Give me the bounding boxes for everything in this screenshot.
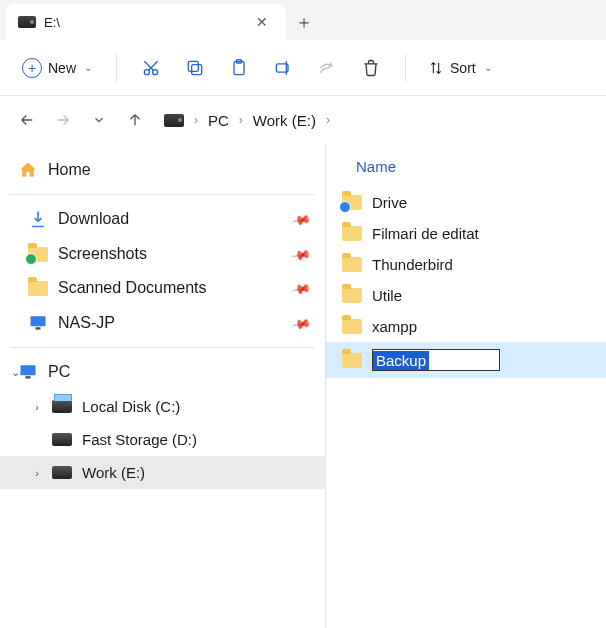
tab[interactable]: E:\ ✕: [6, 4, 286, 40]
breadcrumb-drive[interactable]: Work (E:): [253, 112, 316, 129]
paste-button[interactable]: [219, 48, 259, 88]
toolbar: + New ⌄ Sort ⌄: [0, 40, 606, 96]
sidebar-quick-screenshots[interactable]: Screenshots 📌: [0, 237, 325, 271]
sidebar-quick-download[interactable]: Download 📌: [0, 201, 325, 237]
chevron-right-icon[interactable]: ›: [28, 401, 46, 413]
nav-bar: › PC › Work (E:) ›: [0, 96, 606, 144]
sidebar-item-label: Local Disk (C:): [82, 398, 180, 415]
folder-icon: [342, 288, 362, 303]
folder-icon: [342, 195, 362, 210]
chevron-down-icon[interactable]: ⌄: [6, 366, 24, 379]
sort-button[interactable]: Sort ⌄: [420, 54, 500, 82]
sidebar-quick-scanned[interactable]: Scanned Documents 📌: [0, 271, 325, 305]
share-button[interactable]: [307, 48, 347, 88]
folder-row[interactable]: xampp: [326, 311, 606, 342]
svg-rect-3: [188, 61, 198, 71]
chevron-down-icon: ⌄: [84, 62, 92, 73]
forward-button[interactable]: [48, 105, 78, 135]
sidebar-quick-nas[interactable]: NAS-JP 📌: [0, 305, 325, 341]
sidebar-item-label: Download: [58, 210, 129, 228]
folder-row[interactable]: Filmari de editat: [326, 218, 606, 249]
new-tab-button[interactable]: ＋: [286, 4, 322, 40]
folder-name: Drive: [372, 194, 407, 211]
cut-button[interactable]: [131, 48, 171, 88]
svg-point-0: [144, 69, 149, 74]
separator: [405, 54, 406, 82]
sidebar-item-label: Scanned Documents: [58, 279, 207, 297]
chevron-down-icon: [92, 113, 106, 127]
arrow-up-icon: [126, 111, 144, 129]
pin-icon: 📌: [290, 243, 312, 264]
sidebar-item-label: Fast Storage (D:): [82, 431, 197, 448]
monitor-icon: [28, 313, 48, 333]
home-icon: [18, 160, 38, 180]
breadcrumb: › PC › Work (E:) ›: [164, 112, 330, 129]
back-button[interactable]: [12, 105, 42, 135]
folder-name: Utile: [372, 287, 402, 304]
svg-rect-10: [26, 376, 31, 379]
chevron-right-icon: ›: [326, 113, 330, 127]
separator: [10, 347, 315, 348]
folder-icon: [342, 226, 362, 241]
sidebar-drive-e[interactable]: › Work (E:): [0, 456, 325, 489]
delete-button[interactable]: [351, 48, 391, 88]
pin-icon: 📌: [290, 208, 312, 229]
drive-icon: [164, 114, 184, 127]
scissors-icon: [141, 58, 161, 78]
svg-point-1: [153, 69, 158, 74]
chevron-down-icon: ⌄: [484, 62, 492, 73]
sidebar-pc-label: PC: [48, 363, 70, 381]
svg-rect-7: [31, 316, 46, 326]
folder-icon: [28, 247, 48, 262]
trash-icon: [361, 58, 381, 78]
copy-icon: [185, 58, 205, 78]
chevron-right-icon[interactable]: ›: [28, 467, 46, 479]
main: Home Download 📌 Screenshots 📌 Scanned Do…: [0, 144, 606, 628]
sort-label: Sort: [450, 60, 476, 76]
recent-button[interactable]: [84, 105, 114, 135]
share-icon: [317, 58, 337, 78]
folder-name: Filmari de editat: [372, 225, 479, 242]
column-header-name[interactable]: Name: [326, 152, 606, 187]
sidebar: Home Download 📌 Screenshots 📌 Scanned Do…: [0, 144, 326, 628]
folder-icon: [28, 281, 48, 296]
separator: [10, 194, 315, 195]
new-button[interactable]: + New ⌄: [12, 52, 102, 84]
close-icon[interactable]: ✕: [250, 10, 274, 34]
tab-bar: E:\ ✕ ＋: [0, 0, 606, 40]
up-button[interactable]: [120, 105, 150, 135]
folder-row[interactable]: Drive: [326, 187, 606, 218]
breadcrumb-pc[interactable]: PC: [208, 112, 229, 129]
drive-icon: [52, 466, 72, 479]
rename-icon: [273, 58, 293, 78]
svg-rect-2: [192, 64, 202, 74]
drive-icon: [52, 433, 72, 446]
drive-icon: [18, 16, 36, 28]
rename-value: Backup: [373, 351, 429, 370]
folder-name: xampp: [372, 318, 417, 335]
rename-input[interactable]: Backup: [372, 349, 500, 371]
folder-icon: [342, 257, 362, 272]
sidebar-home-label: Home: [48, 161, 91, 179]
arrow-left-icon: [18, 111, 36, 129]
folder-row[interactable]: Utile: [326, 280, 606, 311]
clipboard-icon: [229, 58, 249, 78]
sidebar-pc[interactable]: ⌄ PC: [0, 354, 325, 390]
pin-icon: 📌: [290, 277, 312, 298]
folder-row-renaming[interactable]: Backup: [326, 342, 606, 378]
copy-button[interactable]: [175, 48, 215, 88]
chevron-right-icon: ›: [194, 113, 198, 127]
sidebar-drive-c[interactable]: › Local Disk (C:): [0, 390, 325, 423]
sidebar-drive-d[interactable]: › Fast Storage (D:): [0, 423, 325, 456]
folder-name: Thunderbird: [372, 256, 453, 273]
chevron-right-icon: ›: [239, 113, 243, 127]
rename-button[interactable]: [263, 48, 303, 88]
sidebar-home[interactable]: Home: [0, 152, 325, 188]
pin-icon: 📌: [290, 312, 312, 333]
separator: [116, 54, 117, 82]
folder-icon: [342, 353, 362, 368]
content-pane: Name Drive Filmari de editat Thunderbird…: [326, 144, 606, 628]
drive-icon: [52, 400, 72, 413]
folder-row[interactable]: Thunderbird: [326, 249, 606, 280]
sidebar-item-label: Screenshots: [58, 245, 147, 263]
